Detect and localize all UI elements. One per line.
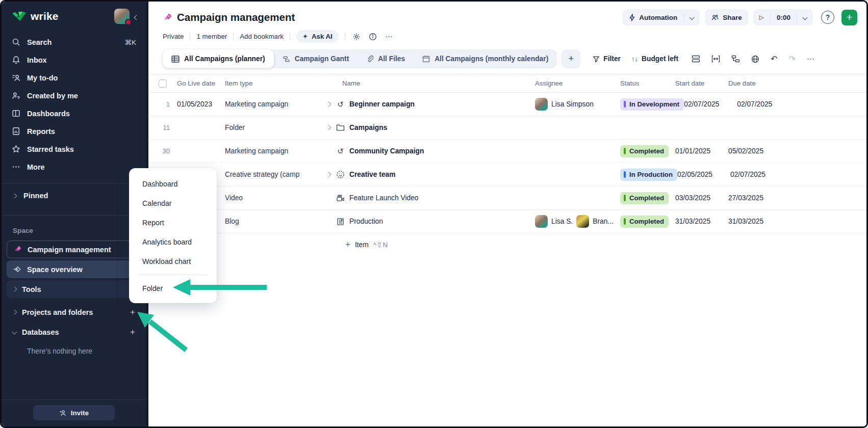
col-status[interactable]: Status	[620, 79, 675, 87]
privacy-label[interactable]: Private	[163, 33, 184, 40]
sort-arrows-icon: ↑↓	[631, 56, 638, 62]
col-due-date[interactable]: Due date	[728, 79, 784, 87]
sidebar-item-inbox[interactable]: Inbox	[2, 51, 146, 69]
col-assignee[interactable]: Assignee	[535, 79, 620, 87]
expand-chevron-icon[interactable]	[326, 172, 331, 177]
sidebar-item-campaign-management[interactable]: Campaign management	[7, 240, 141, 258]
status-badge[interactable]: Completed	[620, 145, 669, 157]
sidebar-item-space-overview[interactable]: Space overview	[7, 260, 141, 278]
timer-value[interactable]: 0:00	[771, 9, 797, 25]
sidebar-item-reports[interactable]: Reports	[2, 122, 146, 140]
sidebar-section-pinned[interactable]: Pinned	[2, 183, 146, 208]
item-name[interactable]: Creative team	[349, 171, 396, 178]
due-date-cell: 05/02/2025	[728, 147, 784, 155]
menu-item-report[interactable]: Report	[129, 213, 217, 232]
item-name[interactable]: Beginner campaign	[349, 100, 415, 108]
col-start-date[interactable]: Start date	[675, 79, 728, 87]
sidebar-item-projects-and-folders[interactable]: Projects and folders +	[7, 303, 141, 321]
gantt-view-icon	[283, 56, 290, 63]
help-button[interactable]: ?	[821, 11, 834, 24]
menu-item-calendar[interactable]: Calendar	[129, 194, 217, 213]
add-item-shortcut: ^⇧N	[373, 240, 388, 249]
row-height-icon[interactable]	[692, 55, 700, 63]
tab-all-campaigns-monthly-calendar[interactable]: All Campaigns (monthly calendar)	[414, 49, 557, 68]
members-label[interactable]: 1 member	[196, 33, 227, 40]
filter-button[interactable]: Filter	[593, 55, 621, 63]
status-badge[interactable]: Completed	[620, 216, 669, 228]
share-people-icon	[711, 14, 719, 21]
sidebar-item-starred-tasks[interactable]: Starred tasks	[2, 140, 146, 158]
add-bookmark-button[interactable]: Add bookmark	[240, 33, 284, 40]
table-row[interactable]: Blog Production Lisa S. Bran... Complete…	[150, 210, 866, 233]
item-name[interactable]: Campaigns	[349, 124, 387, 131]
invite-button[interactable]: Invite	[33, 405, 115, 420]
select-all-checkbox[interactable]	[159, 79, 167, 88]
view-tabs: All Campaigns (planner) Campaign Gantt A…	[163, 49, 557, 68]
item-name[interactable]: Production	[349, 218, 383, 225]
add-project-button[interactable]: +	[130, 307, 135, 317]
column-width-icon[interactable]	[711, 55, 720, 63]
assignee-avatar[interactable]	[535, 98, 548, 111]
subitems-icon[interactable]	[731, 55, 740, 63]
tab-campaign-gantt[interactable]: Campaign Gantt	[274, 49, 358, 68]
create-new-button[interactable]: +	[841, 10, 857, 25]
col-item-type[interactable]: Item type	[221, 79, 322, 87]
expand-chevron-icon[interactable]	[326, 125, 331, 130]
sidebar-item-label: Inbox	[27, 56, 136, 64]
add-item-button[interactable]: + Item ^⇧N	[150, 233, 866, 256]
item-name[interactable]: Community Campaign	[349, 147, 424, 155]
undo-icon[interactable]: ↶	[771, 55, 777, 63]
timer-dropdown-button[interactable]	[797, 9, 813, 25]
user-avatar[interactable]	[114, 9, 130, 24]
expand-chevron-icon[interactable]	[326, 102, 331, 107]
share-button[interactable]: Share	[705, 9, 748, 25]
table-row[interactable]: Creative strategy (camp Creative team In…	[150, 163, 866, 186]
timer-play-button[interactable]: ▷	[753, 9, 770, 25]
menu-item-workload-chart[interactable]: Workload chart	[129, 252, 217, 271]
assignee-name: Bran...	[593, 218, 614, 225]
menu-item-dashboard[interactable]: Dashboard	[129, 174, 217, 194]
chevron-right-icon	[12, 310, 17, 315]
col-go-live-date[interactable]: Go Live date	[174, 79, 221, 87]
sidebar-item-dashboards[interactable]: Dashboards	[2, 104, 146, 122]
wrike-logo[interactable]: wrike	[12, 10, 114, 22]
sidebar-collapse-button[interactable]	[135, 12, 138, 21]
redo-icon[interactable]: ↷	[788, 55, 795, 63]
chevron-down-icon	[12, 330, 17, 335]
table-row[interactable]: 11 Folder Campaigns	[150, 116, 866, 140]
table-row[interactable]: 30 Marketing campaign ↺ Community Campai…	[150, 140, 866, 163]
sidebar-item-tools[interactable]: Tools +	[7, 280, 141, 298]
assignee-avatar[interactable]	[576, 215, 589, 228]
globe-icon[interactable]	[751, 55, 759, 63]
tab-all-campaigns-planner[interactable]: All Campaigns (planner)	[163, 49, 274, 68]
table-row[interactable]: 1 01/05/2023 Marketing campaign ↺ Beginn…	[150, 93, 866, 116]
status-badge[interactable]: In Development	[620, 98, 684, 111]
automation-dropdown-button[interactable]	[684, 9, 700, 25]
wrike-logo-icon	[12, 11, 27, 22]
add-database-button[interactable]: +	[130, 327, 135, 337]
sidebar-item-my-todo[interactable]: My to-do	[2, 69, 146, 87]
tab-all-files[interactable]: All Files	[358, 49, 414, 68]
info-icon[interactable]	[369, 33, 377, 41]
sort-button[interactable]: ↑↓ Budget left	[631, 55, 678, 63]
sidebar-item-more[interactable]: More	[2, 158, 146, 176]
item-name[interactable]: Feature Launch Video	[349, 194, 419, 202]
start-date-cell: 31/03/2025	[675, 218, 728, 225]
status-badge[interactable]: In Production	[620, 169, 677, 181]
menu-item-folder[interactable]: Folder	[129, 279, 217, 298]
menu-item-analytics-board[interactable]: Analytics board	[129, 232, 217, 252]
automation-button[interactable]: Automation	[623, 9, 683, 25]
view-more-options-button[interactable]: ⋯	[807, 55, 815, 64]
gear-icon[interactable]	[352, 33, 361, 41]
sidebar-item-created-by-me[interactable]: Created by me	[2, 87, 146, 104]
sidebar-item-search[interactable]: Search ⌘K	[2, 33, 146, 51]
add-view-button[interactable]: +	[561, 49, 580, 68]
databases-label: Databases	[22, 328, 124, 336]
assignee-avatar[interactable]	[535, 215, 548, 228]
table-row[interactable]: Video Feature Launch Video Completed 03/…	[150, 186, 866, 210]
more-options-button[interactable]: ⋯	[385, 32, 393, 41]
status-badge[interactable]: Completed	[620, 192, 669, 204]
sidebar-item-databases[interactable]: Databases +	[7, 323, 141, 341]
ask-ai-button[interactable]: ✦ Ask AI	[296, 30, 339, 43]
col-name[interactable]: Name	[322, 79, 535, 87]
